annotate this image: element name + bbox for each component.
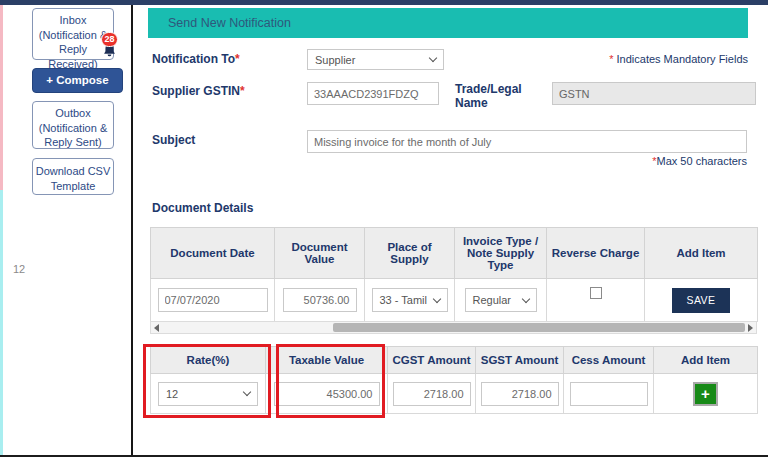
- sidebar-divider: [131, 5, 133, 455]
- trade-legal-name-input: [552, 82, 756, 105]
- table-header-row: Rate(%) Taxable Value CGST Amount SGST A…: [151, 347, 758, 374]
- required-asterisk: *: [240, 84, 245, 98]
- rate-value: 12: [166, 388, 178, 400]
- document-details-table: Document Date Document Value Place of Su…: [150, 227, 758, 322]
- download-csv-template-button[interactable]: Download CSV Template: [32, 158, 114, 195]
- outbox-label-line3: Reply Sent): [33, 135, 113, 150]
- left-edge-strip-top: [0, 5, 3, 190]
- subject-input[interactable]: [307, 130, 747, 153]
- column-header-document-date: Document Date: [151, 228, 275, 279]
- column-header-reverse-charge: Reverse Charge: [547, 228, 645, 279]
- notification-to-label: Notification To*: [152, 52, 240, 66]
- outbox-label-line2: (Notification &: [33, 121, 113, 136]
- document-value-input[interactable]: [283, 288, 357, 312]
- left-margin-page-indicator: 12: [13, 263, 25, 275]
- column-header-add-item: Add Item: [645, 228, 758, 279]
- left-edge-strip-bottom: [0, 190, 3, 457]
- invoice-type-select[interactable]: Regular: [465, 288, 537, 312]
- cess-amount-input[interactable]: [570, 382, 648, 406]
- rate-details-table: Rate(%) Taxable Value CGST Amount SGST A…: [150, 346, 758, 414]
- chevron-down-icon: [521, 294, 529, 302]
- inbox-label-line3: Reply Received): [33, 42, 113, 71]
- max-characters-hint: *Max 50 characters: [547, 155, 747, 167]
- scroll-left-arrow-icon[interactable]: [154, 324, 159, 332]
- add-item-button[interactable]: +: [693, 382, 718, 406]
- required-asterisk: *: [235, 52, 240, 66]
- supplier-gstin-label: Supplier GSTIN*: [152, 84, 245, 98]
- reverse-charge-checkbox[interactable]: [590, 287, 602, 299]
- horizontal-scrollbar[interactable]: [150, 321, 757, 334]
- column-header-rate: Rate(%): [151, 347, 266, 374]
- download-label-line1: Download CSV: [33, 164, 113, 179]
- save-button[interactable]: SAVE: [672, 288, 730, 313]
- column-header-taxable-value: Taxable Value: [266, 347, 388, 374]
- scrollbar-thumb[interactable]: [333, 323, 745, 332]
- notification-to-value: Supplier: [315, 54, 355, 66]
- subject-label: Subject: [152, 133, 195, 147]
- compose-button[interactable]: + Compose: [32, 68, 123, 93]
- download-label-line2: Template: [33, 179, 113, 194]
- panel-title: Send New Notification: [148, 8, 748, 38]
- app-window: Inbox (Notification & Reply Received) 28…: [0, 0, 768, 457]
- place-of-supply-select[interactable]: 33 - Tamil: [372, 288, 448, 312]
- place-of-supply-value: 33 - Tamil: [380, 294, 427, 306]
- top-window-bar: [0, 0, 768, 5]
- invoice-type-value: Regular: [473, 294, 512, 306]
- trade-legal-name-label: Trade/Legal Name: [455, 82, 527, 110]
- chevron-down-icon: [432, 294, 440, 302]
- column-header-cess-amount: Cess Amount: [564, 347, 654, 374]
- outbox-label-line1: Outbox: [33, 106, 113, 121]
- rate-select[interactable]: 12: [158, 382, 258, 406]
- notification-count-badge: 28: [101, 32, 118, 47]
- column-header-sgst-amount: SGST Amount: [476, 347, 564, 374]
- cgst-amount-input[interactable]: [393, 382, 471, 406]
- chevron-down-icon: [243, 388, 251, 396]
- sgst-amount-input[interactable]: [481, 382, 559, 406]
- table-row: 33 - Tamil Regular SAVE: [151, 279, 758, 322]
- mandatory-fields-note: * Indicates Mandatory Fields: [588, 53, 748, 65]
- chevron-down-icon: [429, 54, 437, 62]
- column-header-document-value: Document Value: [275, 228, 365, 279]
- outbox-button[interactable]: Outbox (Notification & Reply Sent): [32, 101, 114, 149]
- scroll-right-arrow-icon[interactable]: [748, 324, 753, 332]
- table-header-row: Document Date Document Value Place of Su…: [151, 228, 758, 279]
- notification-to-select[interactable]: Supplier: [307, 49, 444, 70]
- taxable-value-input[interactable]: [274, 382, 380, 406]
- column-header-invoice-type: Invoice Type / Note Supply Type: [455, 228, 547, 279]
- supplier-gstin-input[interactable]: [307, 82, 439, 105]
- inbox-label-line1: Inbox: [33, 13, 113, 28]
- document-date-input[interactable]: [158, 288, 268, 312]
- column-header-add-item: Add Item: [654, 347, 758, 374]
- column-header-cgst-amount: CGST Amount: [388, 347, 476, 374]
- document-details-title: Document Details: [152, 201, 253, 215]
- column-header-place-of-supply: Place of Supply: [365, 228, 455, 279]
- table-row: 12 +: [151, 374, 758, 414]
